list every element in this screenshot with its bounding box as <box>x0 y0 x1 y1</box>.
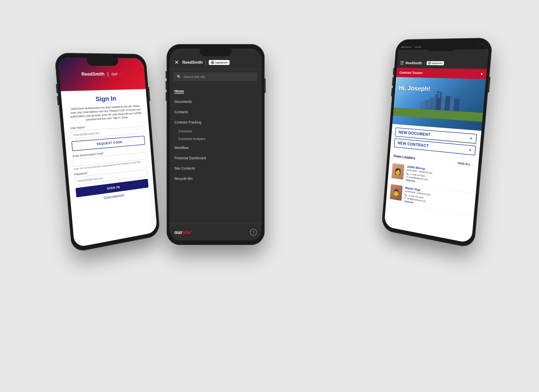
nav-brand-name: ReedSmith <box>182 60 203 65</box>
new-contract-label: NEW CONTRACT <box>398 141 429 148</box>
dash-brand: ReedSmith | logoipsum <box>405 61 444 65</box>
menu-item-contract-tracking[interactable]: Contract Tracking <box>174 120 201 124</box>
topbar-left: ☰ ReedSmith | logoipsum <box>400 60 444 66</box>
signin-logo: ReedSmith | oursite® <box>81 71 125 77</box>
maxim-email-icon: ✉ <box>404 197 406 199</box>
hamburger-icon[interactable]: ☰ <box>400 60 404 65</box>
svg-rect-12 <box>439 93 440 94</box>
dash-brand-name: ReedSmith <box>405 61 422 65</box>
tracker-chevron-icon: ▾ <box>480 72 483 76</box>
menu-item-home[interactable]: Home <box>174 89 184 94</box>
svg-rect-14 <box>439 95 440 96</box>
phone-dashboard: BROWSE PAGE ☰ ReedSmith | <box>381 38 493 249</box>
browse-label: BROWSE <box>402 46 412 49</box>
menu-item-financial-dashboard-wrap: Financial Dashboard <box>170 153 262 163</box>
signin-site-name: oursite® <box>111 71 125 76</box>
dash-logo-badge: logoipsum <box>427 61 444 65</box>
menu-item-site-contents[interactable]: Site Contents <box>174 166 195 170</box>
phone-icon: 📞 <box>406 172 409 175</box>
scene: ReedSmith | oursite® Sign In Multi-Facto… <box>49 24 490 368</box>
dash-brand-divider: | <box>424 61 425 65</box>
nav-footer: oursite® ? <box>170 224 262 241</box>
svg-rect-11 <box>438 93 439 94</box>
maxim-avatar-image: 👨 <box>390 184 403 201</box>
signin-title: Sign In <box>67 94 141 104</box>
greeting-text: Hi, Joseph! <box>398 84 431 93</box>
notch-center <box>200 49 232 56</box>
nav-logo-text: logoipsum <box>215 61 228 64</box>
team-leaders-section: Team Leaders VIEW ALL → 👩 Judith Murray … <box>384 150 479 243</box>
phone-right-inner: BROWSE PAGE ☰ ReedSmith | <box>381 38 493 249</box>
notch-right <box>426 43 458 51</box>
search-bar[interactable]: 🔍 Search this site <box>173 72 258 81</box>
phone-signin: ReedSmith | oursite® Sign In Multi-Facto… <box>54 53 160 253</box>
nav-screen: ✕ ReedSmith | logoipsum <box>170 49 262 241</box>
nav-header-left: ✕ ReedSmith | logoipsum <box>174 59 230 66</box>
svg-rect-8 <box>420 101 425 110</box>
maxim-phone-icon: 📞 <box>404 194 407 196</box>
team-leaders-title: Team Leaders <box>393 154 415 160</box>
signin-separator: | <box>107 71 109 77</box>
signin-body: Sign In Multi-Factor Authentication has … <box>61 89 157 248</box>
menu-item-contacts-wrap: Contacts <box>170 107 262 117</box>
svg-rect-5 <box>450 100 454 111</box>
phone-navigation: ✕ ReedSmith | logoipsum <box>167 44 265 245</box>
page-label: PAGE <box>415 46 421 48</box>
menu-item-contracts[interactable]: Contracts <box>170 127 262 135</box>
svg-rect-16 <box>439 97 440 98</box>
phone-center-inner: ✕ ReedSmith | logoipsum <box>167 44 265 245</box>
svg-rect-6 <box>425 100 429 110</box>
new-contract-icon: + <box>469 148 472 153</box>
svg-rect-13 <box>438 95 439 96</box>
notch-left <box>87 58 119 66</box>
menu-item-documents-wrap: Documents <box>170 97 262 107</box>
svg-rect-7 <box>453 99 460 111</box>
menu-item-recycle-bin[interactable]: Recycle Bin <box>174 177 193 181</box>
menu-item-home-wrap: Home <box>170 86 262 97</box>
signin-site-accent: site <box>117 71 124 76</box>
hero-background: Hi, Joseph! <box>392 77 486 131</box>
nav-logo-icon <box>211 61 214 64</box>
new-document-icon: + <box>470 136 473 141</box>
nav-brand-divider: | <box>205 60 207 65</box>
power-button-center <box>265 78 266 93</box>
nav-content: ✕ ReedSmith | logoipsum <box>170 49 262 241</box>
nav-logo-badge: logoipsum <box>209 60 230 65</box>
judith-avatar: 👩 <box>392 163 404 180</box>
menu-item-workflow-wrap: Workflow <box>170 143 262 153</box>
svg-rect-15 <box>438 97 439 98</box>
help-icon[interactable]: ? <box>250 229 257 236</box>
view-all-link[interactable]: VIEW ALL → <box>457 161 474 166</box>
menu-item-documents[interactable]: Documents <box>174 100 192 104</box>
tracker-title: Contract Tracker <box>399 71 423 75</box>
nav-footer-brand: oursite® <box>174 230 193 235</box>
hero-greeting: Hi, Joseph! <box>398 84 431 93</box>
svg-rect-3 <box>429 98 434 110</box>
nav-footer-accent: site <box>182 230 191 235</box>
close-icon[interactable]: ✕ <box>174 59 179 66</box>
menu-item-site-contents-wrap: Site Contents <box>170 163 262 173</box>
signin-screen: ReedSmith | oursite® Sign In Multi-Facto… <box>58 58 157 248</box>
search-placeholder: Search this site <box>184 75 205 79</box>
nav-brand: ReedSmith | logoipsum <box>182 60 230 65</box>
menu-item-contacts[interactable]: Contacts <box>174 110 188 114</box>
judith-avatar-image: 👩 <box>392 163 404 180</box>
search-icon: 🔍 <box>177 75 181 79</box>
dashboard-screen: BROWSE PAGE ☰ ReedSmith | <box>384 42 489 244</box>
dashboard-content: BROWSE PAGE ☰ ReedSmith | <box>384 42 489 244</box>
dashboard-topbar: ☰ ReedSmith | logoipsum <box>397 49 489 69</box>
maxim-avatar: 👨 <box>390 184 403 201</box>
email-icon: ✉ <box>406 176 408 178</box>
navigation-menu: Home Documents Contacts Contract Trackin… <box>170 84 262 224</box>
phone-left-inner: ReedSmith | oursite® Sign In Multi-Facto… <box>54 53 160 253</box>
dash-logo-text: logoipsum <box>431 62 442 64</box>
signin-brand-name: ReedSmith <box>81 71 105 77</box>
menu-item-financial-dashboard[interactable]: Financial Dashboard <box>174 156 206 160</box>
menu-item-contracts-analytics[interactable]: Contracts Analytics <box>170 135 262 143</box>
hero-section: Hi, Joseph! <box>392 77 486 131</box>
menu-item-workflow[interactable]: Workflow <box>174 146 188 150</box>
signin-description: Multi-Factor Authentication has been ena… <box>68 104 143 122</box>
new-document-label: NEW DOCUMENT <box>398 130 430 137</box>
menu-item-recycle-bin-wrap: Recycle Bin <box>170 173 262 184</box>
signin-content: ReedSmith | oursite® Sign In Multi-Facto… <box>58 58 157 248</box>
